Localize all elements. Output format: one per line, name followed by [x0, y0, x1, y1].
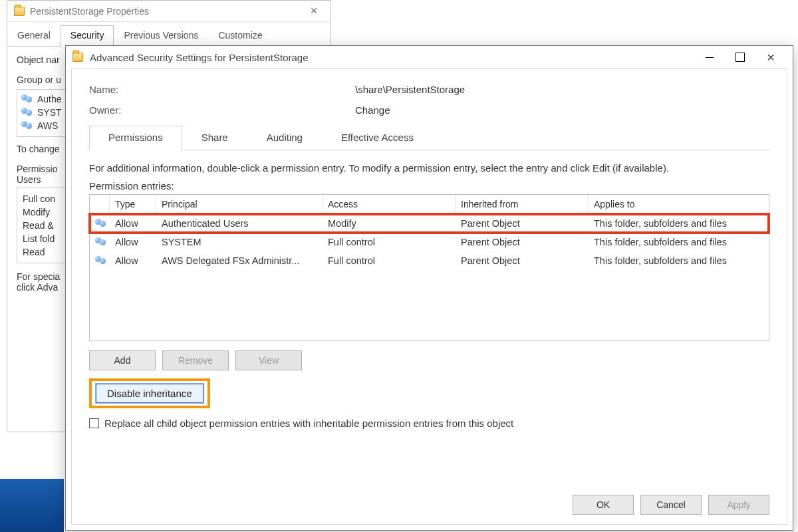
cancel-button[interactable]: Cancel [640, 495, 702, 515]
row-inherited: Parent Object [456, 216, 589, 231]
permission-table-header: Type Principal Access Inherited from App… [90, 195, 769, 214]
remove-button: Remove [162, 350, 229, 370]
name-value: \share\PersistentStorage [355, 84, 465, 95]
name-label: Name: [89, 84, 355, 95]
permission-table: Type Principal Access Inherited from App… [89, 194, 769, 341]
properties-title: PersistentStorage Properties [30, 6, 304, 17]
replace-label: Replace all child object permission entr… [104, 418, 513, 429]
row-principal: SYSTEM [156, 235, 323, 249]
col-applies[interactable]: Applies to [589, 195, 769, 213]
col-type[interactable]: Type [110, 195, 156, 213]
permission-row[interactable]: AllowAuthenticated UsersModifyParent Obj… [90, 214, 769, 233]
disable-inheritance-button[interactable]: Disable inheritance [96, 384, 203, 403]
properties-tabs: General Security Previous Versions Custo… [7, 25, 331, 47]
group-item[interactable]: AWS [37, 120, 58, 131]
users-icon [21, 121, 33, 130]
owner-change-link[interactable]: Change [355, 104, 390, 116]
row-type: Allow [110, 216, 156, 231]
replace-checkbox[interactable] [89, 418, 99, 428]
users-icon [95, 256, 104, 265]
row-type: Allow [110, 253, 156, 268]
properties-titlebar[interactable]: PersistentStorage Properties × [7, 1, 331, 22]
desktop-background-strip [0, 479, 64, 532]
tab-previous-versions[interactable]: Previous Versions [114, 25, 208, 47]
row-inherited: Parent Object [456, 253, 589, 268]
permission-row[interactable]: AllowSYSTEMFull controlParent ObjectThis… [90, 233, 769, 251]
tab-general[interactable]: General [7, 25, 61, 47]
users-icon [95, 219, 104, 228]
tab-security[interactable]: Security [61, 25, 114, 47]
row-inherited: Parent Object [456, 235, 589, 249]
row-access: Modify [323, 216, 456, 231]
row-applies: This folder, subfolders and files [589, 253, 769, 268]
hint-text: For additional information, double-click… [89, 162, 769, 174]
tab-customize[interactable]: Customize [208, 25, 272, 47]
users-icon [95, 237, 104, 247]
advanced-title: Advanced Security Settings for Persisten… [90, 52, 694, 63]
close-button[interactable]: × [755, 47, 786, 67]
ok-button[interactable]: OK [573, 495, 634, 515]
add-button[interactable]: Add [89, 350, 156, 370]
row-type: Allow [110, 235, 156, 249]
group-item[interactable]: Authe [37, 94, 62, 104]
permission-row[interactable]: AllowAWS Delegated FSx Administr...Full … [90, 251, 769, 270]
col-inherited[interactable]: Inherited from [456, 195, 589, 213]
col-principal[interactable]: Principal [156, 195, 323, 213]
tab-share[interactable]: Share [182, 126, 247, 150]
folder-icon [14, 7, 25, 16]
col-access[interactable]: Access [323, 195, 456, 213]
row-access: Full control [323, 235, 456, 249]
users-icon [21, 94, 33, 104]
users-icon [21, 108, 33, 117]
group-item[interactable]: SYST [37, 107, 62, 118]
maximize-button[interactable] [725, 47, 755, 67]
advanced-titlebar[interactable]: Advanced Security Settings for Persisten… [66, 46, 793, 68]
tab-auditing[interactable]: Auditing [247, 126, 322, 150]
entries-label: Permission entries: [89, 180, 769, 192]
advanced-tabs: Permissions Share Auditing Effective Acc… [89, 125, 769, 150]
row-principal: Authenticated Users [156, 216, 323, 231]
tab-permissions[interactable]: Permissions [89, 126, 182, 150]
folder-icon [72, 53, 83, 62]
permissions-for-label: Permissio [17, 164, 57, 174]
advanced-security-dialog: Advanced Security Settings for Persisten… [65, 45, 793, 531]
row-applies: This folder, subfolders and files [589, 235, 769, 249]
apply-button: Apply [708, 495, 769, 515]
owner-label: Owner: [89, 104, 355, 116]
minimize-button[interactable] [694, 47, 725, 67]
close-icon[interactable]: × [304, 4, 324, 18]
disable-inheritance-highlight: Disable inheritance [89, 378, 210, 408]
row-applies: This folder, subfolders and files [589, 216, 769, 231]
row-principal: AWS Delegated FSx Administr... [156, 253, 323, 268]
view-button: View [235, 350, 302, 370]
row-access: Full control [323, 253, 456, 268]
tab-effective-access[interactable]: Effective Access [322, 126, 433, 150]
